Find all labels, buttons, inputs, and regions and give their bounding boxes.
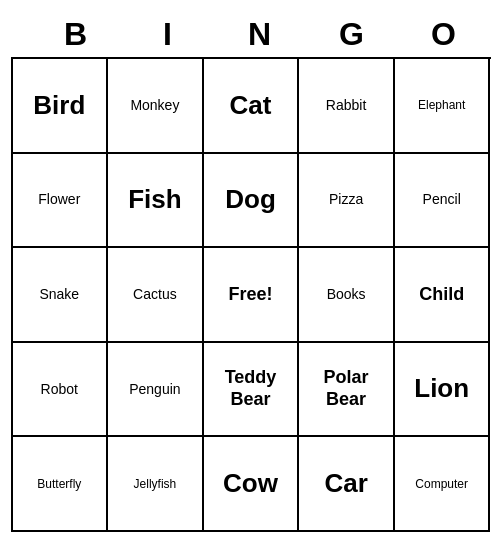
cell-r3-c1: Penguin bbox=[108, 343, 204, 438]
cell-r3-c4: Lion bbox=[395, 343, 491, 438]
cell-label: Car bbox=[324, 468, 367, 499]
cell-r0-c3: Rabbit bbox=[299, 59, 395, 154]
cell-r4-c0: Butterfly bbox=[13, 437, 109, 532]
cell-label: Fish bbox=[128, 184, 181, 215]
cell-r0-c0: Bird bbox=[13, 59, 109, 154]
cell-label: Rabbit bbox=[326, 97, 366, 114]
cell-r0-c1: Monkey bbox=[108, 59, 204, 154]
cell-label: Snake bbox=[39, 286, 79, 303]
cell-r1-c3: Pizza bbox=[299, 154, 395, 249]
cell-label: TeddyBear bbox=[225, 367, 277, 410]
cell-r0-c2: Cat bbox=[204, 59, 300, 154]
cell-r2-c1: Cactus bbox=[108, 248, 204, 343]
header-letter: B bbox=[31, 12, 123, 57]
cell-r2-c0: Snake bbox=[13, 248, 109, 343]
cell-label: Computer bbox=[415, 477, 468, 491]
cell-r3-c0: Robot bbox=[13, 343, 109, 438]
cell-label: Butterfly bbox=[37, 477, 81, 491]
cell-r1-c2: Dog bbox=[204, 154, 300, 249]
header-letter: I bbox=[123, 12, 215, 57]
cell-label: PolarBear bbox=[324, 367, 369, 410]
cell-r4-c3: Car bbox=[299, 437, 395, 532]
cell-label: Pencil bbox=[423, 191, 461, 208]
cell-label: Child bbox=[419, 284, 464, 306]
cell-r2-c4: Child bbox=[395, 248, 491, 343]
cell-label: Books bbox=[327, 286, 366, 303]
cell-r1-c4: Pencil bbox=[395, 154, 491, 249]
cell-r0-c4: Elephant bbox=[395, 59, 491, 154]
cell-r4-c1: Jellyfish bbox=[108, 437, 204, 532]
cell-label: Cow bbox=[223, 468, 278, 499]
cell-r1-c0: Flower bbox=[13, 154, 109, 249]
header-letter: O bbox=[399, 12, 491, 57]
cell-label: Robot bbox=[41, 381, 78, 398]
cell-label: Flower bbox=[38, 191, 80, 208]
cell-label: Penguin bbox=[129, 381, 180, 398]
cell-label: Free! bbox=[228, 284, 272, 306]
cell-label: Dog bbox=[225, 184, 276, 215]
header-letter: G bbox=[307, 12, 399, 57]
cell-r2-c3: Books bbox=[299, 248, 395, 343]
cell-r1-c1: Fish bbox=[108, 154, 204, 249]
cell-r4-c2: Cow bbox=[204, 437, 300, 532]
bingo-grid: BirdMonkeyCatRabbitElephantFlowerFishDog… bbox=[11, 57, 491, 532]
header-letter: N bbox=[215, 12, 307, 57]
cell-r3-c2: TeddyBear bbox=[204, 343, 300, 438]
cell-label: Monkey bbox=[130, 97, 179, 114]
cell-r4-c4: Computer bbox=[395, 437, 491, 532]
cell-label: Cat bbox=[230, 90, 272, 121]
cell-label: Jellyfish bbox=[134, 477, 177, 491]
cell-label: Lion bbox=[414, 373, 469, 404]
cell-r2-c2: Free! bbox=[204, 248, 300, 343]
cell-label: Cactus bbox=[133, 286, 177, 303]
bingo-header: BINGO bbox=[11, 12, 491, 57]
cell-r3-c3: PolarBear bbox=[299, 343, 395, 438]
bingo-card: BINGO BirdMonkeyCatRabbitElephantFlowerF… bbox=[11, 12, 491, 532]
cell-label: Elephant bbox=[418, 98, 465, 112]
cell-label: Pizza bbox=[329, 191, 363, 208]
cell-label: Bird bbox=[33, 90, 85, 121]
